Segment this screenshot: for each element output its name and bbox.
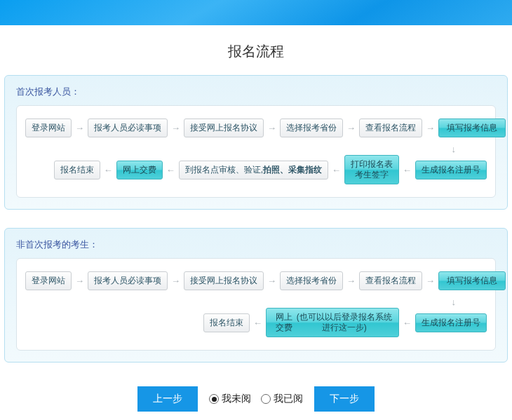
arrow-left-icon: ← <box>100 165 116 175</box>
page-title: 报名流程 <box>0 25 512 75</box>
arrow-left-icon: ← <box>399 165 415 175</box>
step-finish-2: 报名结束 <box>203 313 250 332</box>
step-pay: 网上交费 <box>116 161 163 179</box>
section-title-2: 非首次报考的考生： <box>16 238 496 251</box>
arrow-left-icon: ← <box>328 165 344 175</box>
step-finish: 报名结束 <box>54 161 100 179</box>
step-verify-part1: 到报名点审核、验证, <box>185 165 263 175</box>
prev-button[interactable]: 上一步 <box>137 386 198 412</box>
step-login: 登录网站 <box>25 118 72 137</box>
radio-dot-icon <box>209 394 219 404</box>
arrow-down-icon: ↓ <box>452 297 457 307</box>
arrow-left-icon: ← <box>163 165 179 175</box>
read-status-radio-group: 我未阅 我已阅 <box>209 393 303 405</box>
arrow-right-icon: → <box>72 276 88 286</box>
step-view-flow-2: 查看报名流程 <box>359 271 422 290</box>
section-returning: 非首次报考的考生： 登录网站 → 报考人员必读事项 → 接受网上报名协议 → 选… <box>4 228 508 363</box>
step-fill-info: 填写报考信息 <box>438 118 506 137</box>
step-pay-2-l1: 网上交费 <box>272 312 295 333</box>
step-agreement-2: 接受网上报名协议 <box>184 271 264 290</box>
step-notice-2: 报考人员必读事项 <box>88 271 168 290</box>
flow-row-1a: 登录网站 → 报考人员必读事项 → 接受网上报名协议 → 选择报考省份 → 查看… <box>25 116 487 140</box>
next-button[interactable]: 下一步 <box>314 386 375 412</box>
arrow-right-icon: → <box>422 123 438 133</box>
top-banner <box>0 0 512 25</box>
flow-row-2a: 登录网站 → 报考人员必读事项 → 接受网上报名协议 → 选择报考省份 → 查看… <box>25 269 487 292</box>
arrow-right-icon: → <box>264 123 280 133</box>
step-notice: 报考人员必读事项 <box>88 118 168 137</box>
arrow-down-row-2: ↓ <box>25 295 487 308</box>
arrow-right-icon: → <box>422 276 438 286</box>
arrow-right-icon: → <box>72 123 88 133</box>
step-pay-2: 网上交费 (也可以以后登录报名系统进行这一步) <box>266 308 399 337</box>
arrow-down-row: ↓ <box>25 142 487 155</box>
radio-unread[interactable]: 我未阅 <box>209 393 251 405</box>
flow-box-1: 登录网站 → 报考人员必读事项 → 接受网上报名协议 → 选择报考省份 → 查看… <box>16 105 496 198</box>
step-fill-info-2: 填写报考信息 <box>438 271 506 290</box>
flow-row-1b: 报名结束 ← 网上交费 ← 到报名点审核、验证, 拍照、采集指纹 ← 打印报名表… <box>25 155 487 184</box>
arrow-right-icon: → <box>168 123 184 133</box>
step-login-2: 登录网站 <box>25 271 72 290</box>
step-verify: 到报名点审核、验证, 拍照、采集指纹 <box>179 161 328 179</box>
footer-controls: 上一步 我未阅 我已阅 下一步 <box>4 381 508 420</box>
radio-read-label: 我已阅 <box>274 393 303 405</box>
arrow-right-icon: → <box>343 276 359 286</box>
arrow-left-icon: ← <box>250 318 266 328</box>
radio-dot-icon <box>261 394 271 404</box>
radio-unread-label: 我未阅 <box>222 393 251 405</box>
arrow-down-icon: ↓ <box>452 144 457 154</box>
step-gen-id: 生成报名注册号 <box>415 161 487 179</box>
arrow-right-icon: → <box>264 276 280 286</box>
step-agreement: 接受网上报名协议 <box>184 118 264 137</box>
step-print: 打印报名表 考生签字 <box>344 155 399 184</box>
section-title-1: 首次报考人员： <box>16 86 496 98</box>
arrow-right-icon: → <box>343 123 359 133</box>
arrow-right-icon: → <box>168 276 184 286</box>
step-view-flow: 查看报名流程 <box>359 118 422 137</box>
section-first-time: 首次报考人员： 登录网站 → 报考人员必读事项 → 接受网上报名协议 → 选择报… <box>4 75 508 210</box>
main-container: 首次报考人员： 登录网站 → 报考人员必读事项 → 接受网上报名协议 → 选择报… <box>4 75 508 420</box>
flow-row-2b: 报名结束 ← 网上交费 (也可以以后登录报名系统进行这一步) ← 生成报名注册号 <box>25 308 487 337</box>
step-gen-id-2: 生成报名注册号 <box>415 313 487 332</box>
radio-read[interactable]: 我已阅 <box>261 393 303 405</box>
step-province-2: 选择报考省份 <box>280 271 343 290</box>
flow-box-2: 登录网站 → 报考人员必读事项 → 接受网上报名协议 → 选择报考省份 → 查看… <box>16 258 496 351</box>
arrow-left-icon: ← <box>399 318 415 328</box>
step-pay-2-l2: (也可以以后登录报名系统进行这一步) <box>295 312 393 333</box>
step-verify-part2: 拍照、采集指纹 <box>263 165 322 175</box>
step-province: 选择报考省份 <box>280 118 343 137</box>
